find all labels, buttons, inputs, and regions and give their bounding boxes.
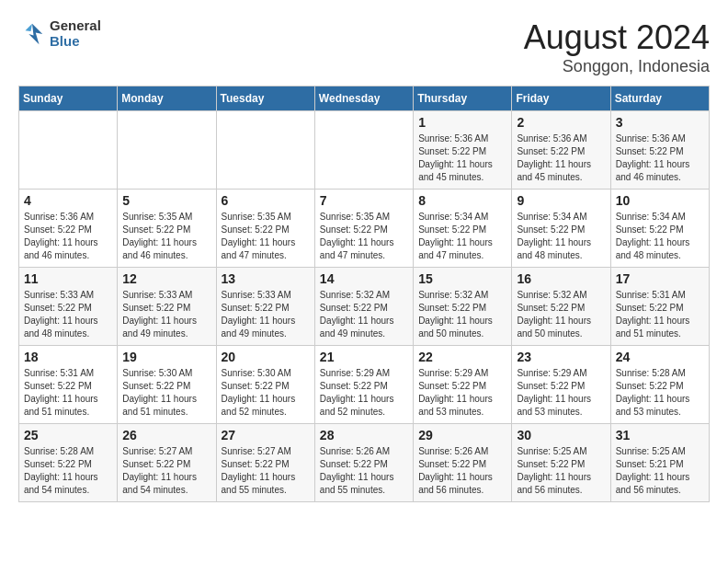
day-number: 5 [122,193,210,208]
calendar-cell: 16Sunrise: 5:32 AM Sunset: 5:22 PM Dayli… [512,268,610,346]
calendar-cell: 6Sunrise: 5:35 AM Sunset: 5:22 PM Daylig… [216,190,314,268]
day-info: Sunrise: 5:31 AM Sunset: 5:22 PM Dayligh… [24,367,112,419]
calendar-cell: 2Sunrise: 5:36 AM Sunset: 5:22 PM Daylig… [512,111,610,190]
day-number: 19 [122,350,210,364]
day-number: 27 [222,428,310,442]
day-number: 6 [222,193,310,208]
logo-text: General Blue [50,18,101,49]
calendar-cell: 14Sunrise: 5:32 AM Sunset: 5:22 PM Dayli… [314,268,413,346]
day-info: Sunrise: 5:33 AM Sunset: 5:22 PM Dayligh… [122,289,210,340]
weekday-header-tuesday: Tuesday [216,86,314,111]
svg-marker-1 [26,23,33,30]
calendar-cell: 31Sunrise: 5:25 AM Sunset: 5:21 PM Dayli… [610,424,709,502]
day-number: 24 [616,350,704,364]
calendar-cell: 10Sunrise: 5:34 AM Sunset: 5:22 PM Dayli… [610,190,709,268]
page-title: August 2024 [524,18,710,57]
day-info: Sunrise: 5:34 AM Sunset: 5:22 PM Dayligh… [616,211,704,262]
calendar-cell: 23Sunrise: 5:29 AM Sunset: 5:22 PM Dayli… [512,346,610,424]
calendar-cell: 13Sunrise: 5:33 AM Sunset: 5:22 PM Dayli… [216,268,314,346]
title-block: August 2024 Songgon, Indonesia [524,18,710,76]
calendar-cell: 4Sunrise: 5:36 AM Sunset: 5:22 PM Daylig… [19,190,118,268]
day-number: 23 [517,350,605,364]
day-info: Sunrise: 5:36 AM Sunset: 5:22 PM Dayligh… [24,211,112,262]
day-number: 31 [616,428,704,442]
weekday-header-monday: Monday [118,86,216,111]
day-info: Sunrise: 5:25 AM Sunset: 5:22 PM Dayligh… [517,445,605,497]
day-number: 8 [418,193,506,208]
day-info: Sunrise: 5:32 AM Sunset: 5:22 PM Dayligh… [418,289,506,340]
day-number: 1 [418,115,506,130]
page-header: General Blue August 2024 Songgon, Indone… [18,18,710,76]
calendar-cell: 3Sunrise: 5:36 AM Sunset: 5:22 PM Daylig… [610,111,709,190]
day-info: Sunrise: 5:28 AM Sunset: 5:22 PM Dayligh… [24,445,112,497]
day-number: 25 [24,428,112,442]
weekday-header-row: SundayMondayTuesdayWednesdayThursdayFrid… [19,86,710,111]
calendar-week-row: 11Sunrise: 5:33 AM Sunset: 5:22 PM Dayli… [19,268,710,346]
calendar-cell: 12Sunrise: 5:33 AM Sunset: 5:22 PM Dayli… [118,268,216,346]
day-info: Sunrise: 5:29 AM Sunset: 5:22 PM Dayligh… [320,367,408,419]
calendar-cell [314,111,413,190]
calendar-table: SundayMondayTuesdayWednesdayThursdayFrid… [18,86,710,502]
calendar-week-row: 18Sunrise: 5:31 AM Sunset: 5:22 PM Dayli… [19,346,710,424]
day-number: 29 [418,428,506,442]
day-info: Sunrise: 5:32 AM Sunset: 5:22 PM Dayligh… [320,289,408,340]
day-number: 17 [616,271,704,286]
day-info: Sunrise: 5:36 AM Sunset: 5:22 PM Dayligh… [517,132,605,184]
day-number: 9 [517,193,605,208]
day-number: 2 [517,115,605,130]
calendar-cell [118,111,216,190]
calendar-cell: 19Sunrise: 5:30 AM Sunset: 5:22 PM Dayli… [118,346,216,424]
day-info: Sunrise: 5:33 AM Sunset: 5:22 PM Dayligh… [222,289,310,340]
day-number: 7 [320,193,408,208]
logo-icon [18,20,46,48]
day-number: 16 [517,271,605,286]
day-number: 20 [222,350,310,364]
day-info: Sunrise: 5:31 AM Sunset: 5:22 PM Dayligh… [616,289,704,340]
day-info: Sunrise: 5:26 AM Sunset: 5:22 PM Dayligh… [320,445,408,497]
day-info: Sunrise: 5:35 AM Sunset: 5:22 PM Dayligh… [320,211,408,262]
day-number: 28 [320,428,408,442]
calendar-cell: 30Sunrise: 5:25 AM Sunset: 5:22 PM Dayli… [512,424,610,502]
calendar-cell: 11Sunrise: 5:33 AM Sunset: 5:22 PM Dayli… [19,268,118,346]
day-number: 18 [24,350,112,364]
weekday-header-saturday: Saturday [610,86,709,111]
day-info: Sunrise: 5:26 AM Sunset: 5:22 PM Dayligh… [418,445,506,497]
day-info: Sunrise: 5:33 AM Sunset: 5:22 PM Dayligh… [24,289,112,340]
calendar-week-row: 25Sunrise: 5:28 AM Sunset: 5:22 PM Dayli… [19,424,710,502]
calendar-cell: 18Sunrise: 5:31 AM Sunset: 5:22 PM Dayli… [19,346,118,424]
day-info: Sunrise: 5:29 AM Sunset: 5:22 PM Dayligh… [418,367,506,419]
day-info: Sunrise: 5:27 AM Sunset: 5:22 PM Dayligh… [222,445,310,497]
calendar-week-row: 1Sunrise: 5:36 AM Sunset: 5:22 PM Daylig… [19,111,710,190]
day-info: Sunrise: 5:35 AM Sunset: 5:22 PM Dayligh… [122,211,210,262]
weekday-header-thursday: Thursday [414,86,512,111]
day-number: 26 [122,428,210,442]
day-info: Sunrise: 5:34 AM Sunset: 5:22 PM Dayligh… [418,211,506,262]
day-number: 10 [616,193,704,208]
day-info: Sunrise: 5:28 AM Sunset: 5:22 PM Dayligh… [616,367,704,419]
day-number: 21 [320,350,408,364]
day-number: 13 [222,271,310,286]
day-info: Sunrise: 5:34 AM Sunset: 5:22 PM Dayligh… [517,211,605,262]
calendar-cell: 22Sunrise: 5:29 AM Sunset: 5:22 PM Dayli… [414,346,512,424]
day-info: Sunrise: 5:36 AM Sunset: 5:22 PM Dayligh… [616,132,704,184]
day-info: Sunrise: 5:27 AM Sunset: 5:22 PM Dayligh… [122,445,210,497]
day-info: Sunrise: 5:32 AM Sunset: 5:22 PM Dayligh… [517,289,605,340]
weekday-header-wednesday: Wednesday [314,86,413,111]
logo: General Blue [18,18,101,49]
calendar-cell: 7Sunrise: 5:35 AM Sunset: 5:22 PM Daylig… [314,190,413,268]
day-info: Sunrise: 5:25 AM Sunset: 5:21 PM Dayligh… [616,445,704,497]
day-info: Sunrise: 5:35 AM Sunset: 5:22 PM Dayligh… [222,211,310,262]
day-number: 4 [24,193,112,208]
calendar-cell: 27Sunrise: 5:27 AM Sunset: 5:22 PM Dayli… [216,424,314,502]
day-number: 11 [24,271,112,286]
calendar-week-row: 4Sunrise: 5:36 AM Sunset: 5:22 PM Daylig… [19,190,710,268]
day-info: Sunrise: 5:36 AM Sunset: 5:22 PM Dayligh… [418,132,506,184]
calendar-cell: 1Sunrise: 5:36 AM Sunset: 5:22 PM Daylig… [414,111,512,190]
calendar-cell: 17Sunrise: 5:31 AM Sunset: 5:22 PM Dayli… [610,268,709,346]
day-number: 12 [122,271,210,286]
day-info: Sunrise: 5:29 AM Sunset: 5:22 PM Dayligh… [517,367,605,419]
day-number: 14 [320,271,408,286]
day-info: Sunrise: 5:30 AM Sunset: 5:22 PM Dayligh… [222,367,310,419]
day-number: 3 [616,115,704,130]
day-number: 22 [418,350,506,364]
